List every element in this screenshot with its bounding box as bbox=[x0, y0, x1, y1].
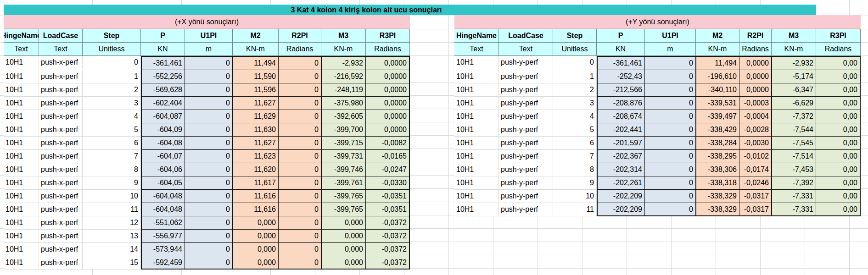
u1pl-value-cell[interactable]: 0 bbox=[185, 176, 233, 190]
m3-value-cell[interactable]: -392,605 bbox=[321, 110, 366, 123]
u1pl-value-cell[interactable]: 0 bbox=[645, 123, 696, 137]
hinge-name-cell[interactable]: 10H1 bbox=[454, 190, 499, 203]
m2-value-cell[interactable]: 11,616 bbox=[233, 190, 279, 203]
hinge-name-cell[interactable]: 10H1 bbox=[454, 70, 499, 83]
m3-value-cell[interactable]: -399,761 bbox=[321, 176, 366, 190]
column-header-step[interactable]: Step bbox=[553, 29, 597, 43]
m3-value-cell[interactable]: -248,119 bbox=[321, 83, 366, 97]
m3-value-cell[interactable]: -399,746 bbox=[321, 163, 366, 176]
u1pl-value-cell[interactable]: 0 bbox=[185, 163, 233, 176]
u1pl-value-cell[interactable]: 0 bbox=[645, 137, 696, 150]
load-case-cell[interactable]: push-x-perf bbox=[39, 83, 83, 97]
load-case-cell[interactable]: push-y-perf bbox=[499, 56, 553, 69]
m2-value-cell[interactable]: 11,627 bbox=[233, 97, 279, 110]
p-value-cell[interactable]: -202,367 bbox=[597, 150, 645, 163]
hinge-name-cell[interactable]: 10H1 bbox=[4, 70, 39, 83]
m3-value-cell[interactable]: -7,372 bbox=[772, 110, 816, 123]
step-cell[interactable]: 9 bbox=[83, 176, 141, 190]
m2-value-cell[interactable]: 11,596 bbox=[233, 83, 279, 97]
p-value-cell[interactable]: -208,674 bbox=[597, 110, 645, 123]
m3-value-cell[interactable]: -7,514 bbox=[772, 150, 816, 163]
m2-value-cell[interactable]: 11,494 bbox=[696, 56, 739, 70]
u1pl-value-cell[interactable]: 0 bbox=[185, 190, 233, 203]
m2-value-cell[interactable]: -338,318 bbox=[696, 176, 739, 190]
u1pl-value-cell[interactable]: 0 bbox=[645, 97, 696, 110]
m2-value-cell[interactable]: -340,110 bbox=[696, 83, 739, 97]
p-value-cell[interactable]: -202,209 bbox=[597, 190, 645, 203]
load-case-cell[interactable]: push-y-perf bbox=[499, 190, 553, 203]
u1pl-value-cell[interactable]: 0 bbox=[185, 243, 233, 256]
u1pl-value-cell[interactable]: 0 bbox=[185, 150, 233, 163]
load-case-cell[interactable]: push-y-perf bbox=[499, 137, 553, 150]
m2-value-cell[interactable]: -338,295 bbox=[696, 150, 739, 163]
r3pl-value-cell[interactable]: -0,0330 bbox=[366, 176, 410, 190]
u1pl-value-cell[interactable]: 0 bbox=[185, 230, 233, 243]
hinge-name-cell[interactable]: 10H1 bbox=[454, 176, 499, 190]
r2pl-value-cell[interactable]: -0,0317 bbox=[739, 190, 772, 203]
r3pl-value-cell[interactable]: -0,0082 bbox=[366, 137, 410, 150]
u1pl-value-cell[interactable]: 0 bbox=[185, 216, 233, 230]
p-value-cell[interactable]: -208,876 bbox=[597, 97, 645, 110]
step-cell[interactable]: 13 bbox=[83, 230, 141, 243]
r3pl-value-cell[interactable]: 0,00 bbox=[816, 97, 861, 110]
m2-value-cell[interactable]: 11,494 bbox=[233, 56, 279, 70]
load-case-cell[interactable]: push-x-perf bbox=[39, 230, 83, 243]
step-cell[interactable]: 9 bbox=[553, 176, 597, 190]
column-header-step[interactable]: Step bbox=[83, 29, 141, 43]
unit-cell[interactable]: KN-m bbox=[233, 43, 279, 56]
r2pl-value-cell[interactable]: 0 bbox=[279, 110, 321, 123]
r2pl-value-cell[interactable]: -0,0246 bbox=[739, 176, 772, 190]
r3pl-value-cell[interactable]: 0,0000 bbox=[366, 70, 410, 83]
hinge-name-cell[interactable]: 10H1 bbox=[4, 256, 39, 270]
step-cell[interactable]: 0 bbox=[553, 56, 597, 69]
r2pl-value-cell[interactable]: -0,0317 bbox=[739, 203, 772, 216]
p-value-cell[interactable]: -202,209 bbox=[597, 203, 645, 216]
hinge-name-cell[interactable]: 10H1 bbox=[4, 123, 39, 137]
m2-value-cell[interactable]: -338,429 bbox=[696, 123, 739, 137]
unit-cell[interactable]: KN-m bbox=[696, 43, 739, 56]
m2-value-cell[interactable]: 11,616 bbox=[233, 203, 279, 216]
hinge-name-cell[interactable]: 10H1 bbox=[4, 163, 39, 176]
step-cell[interactable]: 2 bbox=[83, 83, 141, 97]
u1pl-value-cell[interactable]: 0 bbox=[185, 70, 233, 83]
r3pl-value-cell[interactable]: 0,0000 bbox=[366, 110, 410, 123]
p-value-cell[interactable]: -573,944 bbox=[141, 243, 185, 256]
column-header-hingename[interactable]: HingeName bbox=[4, 29, 39, 43]
m2-value-cell[interactable]: -339,531 bbox=[696, 97, 739, 110]
r3pl-value-cell[interactable]: 0,00 bbox=[816, 190, 861, 203]
m2-value-cell[interactable]: -338,329 bbox=[696, 190, 739, 203]
r3pl-value-cell[interactable]: 0,0000 bbox=[366, 56, 410, 70]
unit-cell[interactable]: Radians bbox=[816, 43, 861, 56]
step-cell[interactable]: 2 bbox=[553, 83, 597, 97]
unit-cell[interactable]: KN bbox=[141, 43, 185, 56]
r2pl-value-cell[interactable]: 0 bbox=[279, 150, 321, 163]
load-case-cell[interactable]: push-x-perf bbox=[39, 123, 83, 137]
hinge-name-cell[interactable]: 10H1 bbox=[4, 203, 39, 216]
m2-value-cell[interactable]: 11,629 bbox=[233, 110, 279, 123]
load-case-cell[interactable]: push-y-perf bbox=[499, 83, 553, 97]
load-case-cell[interactable]: push-y-perf bbox=[499, 203, 553, 216]
r2pl-value-cell[interactable]: 0 bbox=[279, 190, 321, 203]
step-cell[interactable]: 3 bbox=[553, 97, 597, 110]
step-cell[interactable]: 1 bbox=[83, 70, 141, 83]
unit-cell[interactable]: Radians bbox=[279, 43, 321, 56]
m3-value-cell[interactable]: -2,932 bbox=[321, 56, 366, 70]
load-case-cell[interactable]: push-x-perf bbox=[39, 243, 83, 256]
r2pl-value-cell[interactable]: 0 bbox=[279, 176, 321, 190]
load-case-cell[interactable]: push-x-perf bbox=[39, 203, 83, 216]
p-value-cell[interactable]: -202,261 bbox=[597, 176, 645, 190]
p-value-cell[interactable]: -604,09 bbox=[141, 123, 185, 137]
m3-value-cell[interactable]: -7,392 bbox=[772, 176, 816, 190]
u1pl-value-cell[interactable]: 0 bbox=[645, 176, 696, 190]
u1pl-value-cell[interactable]: 0 bbox=[645, 163, 696, 176]
m3-value-cell[interactable]: 0,000 bbox=[321, 256, 366, 270]
m3-value-cell[interactable]: -5,174 bbox=[772, 70, 816, 83]
r3pl-value-cell[interactable]: -0,0247 bbox=[366, 163, 410, 176]
column-header-p[interactable]: P bbox=[141, 29, 185, 43]
column-header-m3[interactable]: M3 bbox=[772, 29, 816, 43]
r3pl-value-cell[interactable]: 0,00 bbox=[816, 83, 861, 97]
r2pl-value-cell[interactable]: 0 bbox=[279, 243, 321, 256]
r3pl-value-cell[interactable]: -0,0372 bbox=[366, 256, 410, 270]
m3-value-cell[interactable]: 0,000 bbox=[321, 216, 366, 230]
m2-value-cell[interactable]: 0,000 bbox=[233, 230, 279, 243]
